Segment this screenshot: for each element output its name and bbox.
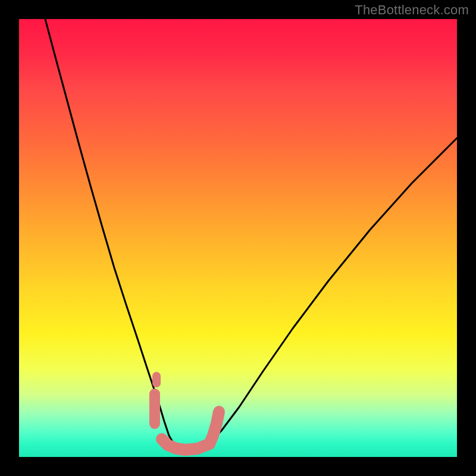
chart-frame: TheBottleneck.com xyxy=(0,0,476,476)
series-highlight-band-bottom xyxy=(162,439,209,450)
series-bottleneck-curve xyxy=(45,19,457,449)
watermark: TheBottleneck.com xyxy=(355,4,469,17)
plot-area xyxy=(19,19,457,457)
series-highlight-band-right xyxy=(209,412,219,444)
curve-layer xyxy=(19,19,457,457)
